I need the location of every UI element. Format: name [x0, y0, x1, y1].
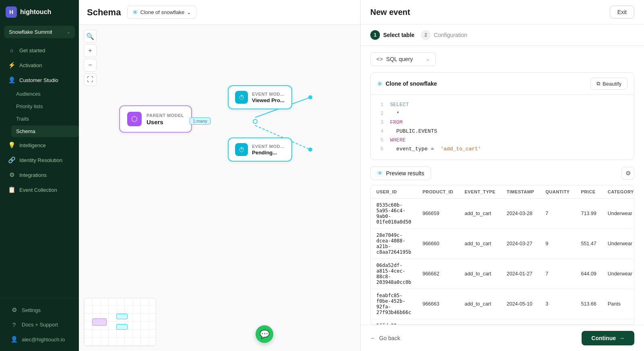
event-node-2-info: EVENT MOD... Pending...	[252, 144, 285, 156]
source-selector-text: Clone of snowflake	[140, 9, 184, 15]
sidebar-item-schema[interactable]: Schema	[11, 125, 79, 137]
sidebar-item-intelligence[interactable]: 💡 Intelligence	[2, 138, 76, 152]
sidebar: H hightouch Snowflake Summit ⌄ ○ Get sta…	[0, 0, 79, 351]
zoom-in-btn[interactable]: +	[84, 44, 97, 57]
sql-line-6: 6 event_type = 'add_to_cart'	[377, 145, 627, 154]
settings-icon: ⚙	[10, 306, 18, 314]
col-user-id: USER_ID	[371, 185, 417, 199]
col-timestamp: TIMESTAMP	[501, 185, 540, 199]
fit-screen-btn[interactable]: ⛶	[84, 73, 97, 86]
preview-results-button[interactable]: 👁 Preview results	[370, 166, 431, 180]
right-panel: New event Exit 1 Select table 2 Configur…	[361, 0, 644, 351]
table-header-row: USER_ID PRODUCT_ID EVENT_TYPE TIMESTAMP …	[371, 185, 634, 199]
code-icon: <>	[376, 56, 383, 62]
parent-model-node[interactable]: ⬡ PARENT MODEL Users	[119, 105, 192, 133]
sidebar-label-integrations: Integrations	[19, 172, 47, 178]
go-back-button[interactable]: ← Go back	[370, 335, 400, 341]
event-node-1-label: EVENT MOD...	[252, 92, 285, 96]
sidebar-subnav-customer-studio: Audiences Priority lists Traits Schema	[11, 88, 79, 138]
parent-model-info: PARENT MODEL Users	[147, 113, 184, 125]
canvas-toolbar: 🔍 + − ⛶	[84, 30, 97, 86]
step-1-num: 1	[370, 30, 380, 40]
zoom-out-btn[interactable]: −	[84, 59, 97, 72]
sidebar-item-docs-support[interactable]: ? Docs + Support	[5, 318, 74, 332]
continue-label: Continue	[591, 335, 616, 341]
schema-title: Schema	[87, 7, 121, 18]
event-node-2-label: EVENT MOD...	[252, 144, 285, 149]
sidebar-item-priority-lists[interactable]: Priority lists	[11, 101, 79, 112]
table-row: 5ffda32e-a9ba-42fa-b331-0f8df161178d9666…	[371, 319, 634, 325]
step-2-num: 2	[421, 30, 431, 40]
snowflake-icon-small: ✳	[377, 80, 382, 88]
sidebar-item-audiences[interactable]: Audiences	[11, 88, 79, 100]
sidebar-user-email: alec@hightouch.io	[22, 337, 65, 343]
sidebar-item-event-collection[interactable]: 📋 Event Collection	[2, 183, 76, 197]
sidebar-label-event-collection: Event Collection	[19, 187, 57, 193]
schema-canvas: 🔍 + − ⛶ ⬡ PARENT MODEL Users 1:many	[79, 25, 360, 351]
query-type-selector[interactable]: <> SQL query ⌄	[370, 52, 436, 66]
query-type-text: SQL query	[386, 56, 413, 62]
arrow-left-icon: ←	[370, 335, 376, 341]
sql-line-5: 5 WHERE	[377, 136, 627, 145]
schema-panel: Schema ✳ Clone of snowflake ⌄ 🔍 + − ⛶ ⬡	[79, 0, 361, 351]
sidebar-item-get-started[interactable]: ○ Get started	[2, 43, 76, 57]
sidebar-label-settings: Settings	[22, 307, 41, 313]
event-node-1[interactable]: ⏱ EVENT MOD... Viewed Pro...	[228, 85, 292, 109]
mini-map-event-2	[116, 324, 128, 330]
sql-line-2: 2 *	[377, 109, 627, 118]
table-row: 06da52df-a815-4cec-88c8-203948a0cc0b9666…	[371, 259, 634, 289]
sidebar-item-integrations[interactable]: ⚙ Integrations	[2, 168, 76, 182]
svg-point-4	[308, 148, 312, 152]
arrow-right-icon: →	[619, 335, 625, 341]
sidebar-item-settings[interactable]: ⚙ Settings	[5, 303, 74, 317]
event-node-2-name: Pending...	[252, 150, 285, 156]
beautify-button[interactable]: ⧉ Beautify	[590, 78, 627, 90]
workspace-selector[interactable]: Snowflake Summit ⌄	[4, 26, 75, 38]
sql-source-info: ✳ Clone of snowflake	[377, 80, 437, 88]
sidebar-item-user[interactable]: 👤 alec@hightouch.io	[5, 332, 74, 347]
customer-studio-icon: 👤	[8, 76, 15, 84]
sidebar-label-get-started: Get started	[19, 47, 45, 53]
event-icon-1: ⏱	[235, 91, 248, 104]
sql-line-3: 3 FROM	[377, 118, 627, 127]
table-row: feabfc85-f0be-452b-92fa-27f93b46b66c9666…	[371, 289, 634, 319]
preview-settings-button[interactable]: ⚙	[621, 167, 634, 180]
results-table: USER_ID PRODUCT_ID EVENT_TYPE TIMESTAMP …	[370, 185, 634, 325]
exit-button[interactable]: Exit	[610, 6, 634, 18]
step-2-label: Configuration	[434, 32, 467, 38]
sidebar-item-customer-studio[interactable]: 👤 Customer Studio	[2, 73, 76, 87]
beautify-label: Beautify	[603, 81, 621, 87]
source-selector[interactable]: ✳ Clone of snowflake ⌄	[127, 6, 196, 19]
step-2[interactable]: 2 Configuration	[421, 30, 467, 40]
new-event-title: New event	[370, 8, 410, 17]
sidebar-label-docs-support: Docs + Support	[22, 322, 58, 328]
sql-editor[interactable]: 1 SELECT 2 * 3 FROM 4 PUBLIC.EVENTS 5 WH…	[371, 95, 634, 160]
table-row: 8535c60b-5a95-46c4-9ab0-01fe010a0d509666…	[371, 198, 634, 228]
sidebar-item-traits[interactable]: Traits	[11, 113, 79, 125]
sidebar-label-customer-studio: Customer Studio	[19, 77, 58, 83]
snowflake-icon: ✳	[132, 8, 138, 16]
event-node-2[interactable]: ⏱ EVENT MOD... Pending...	[228, 138, 292, 162]
sidebar-label-activation: Activation	[19, 62, 42, 68]
step-1[interactable]: 1 Select table	[370, 30, 415, 40]
user-avatar-icon: 👤	[10, 336, 18, 343]
sidebar-item-identity-resolution[interactable]: 🔗 Identity Resolution	[2, 153, 76, 167]
source-selector-chevron: ⌄	[187, 9, 191, 15]
get-started-icon: ○	[8, 47, 15, 54]
sidebar-nav: ○ Get started ⚡ Activation 👤 Customer St…	[0, 43, 79, 298]
search-canvas-btn[interactable]: 🔍	[84, 30, 97, 43]
step-1-label: Select table	[383, 32, 415, 38]
activation-icon: ⚡	[8, 62, 15, 69]
chat-bubble-button[interactable]: 💬	[256, 325, 273, 343]
col-quantity: QUANTITY	[540, 185, 575, 199]
continue-button[interactable]: Continue →	[582, 331, 634, 345]
sidebar-label-intelligence: Intelligence	[19, 142, 46, 148]
event-node-1-name: Viewed Pro...	[252, 97, 285, 103]
col-event-type: EVENT_TYPE	[459, 185, 501, 199]
mini-map-parent-node	[92, 318, 107, 326]
svg-point-3	[308, 95, 312, 99]
sidebar-item-activation[interactable]: ⚡ Activation	[2, 58, 76, 72]
chevron-down-icon: ⌄	[67, 30, 70, 34]
schema-header: Schema ✳ Clone of snowflake ⌄	[79, 0, 360, 25]
col-product-id: PRODUCT_ID	[417, 185, 459, 199]
